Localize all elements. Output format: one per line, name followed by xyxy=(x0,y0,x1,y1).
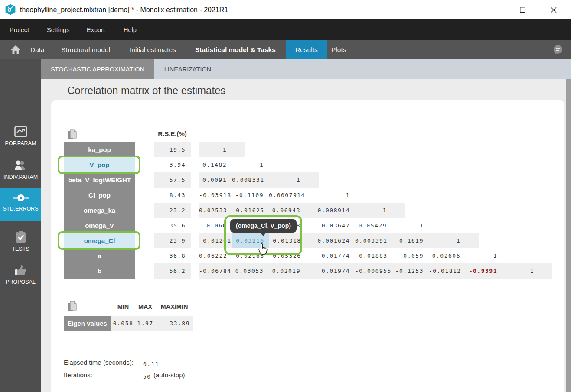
matrix-cell[interactable]: -0.01774 xyxy=(306,248,355,263)
matrix-row: 0.06222-0.02966-0.05526-0.01774-0.018830… xyxy=(199,248,502,263)
sidebar-item-indiv-param[interactable]: INDIV.PARAM xyxy=(0,158,41,185)
matrix-cell[interactable]: -0.01318 xyxy=(269,233,306,248)
matrix-cell[interactable]: 0.02606 xyxy=(429,248,466,263)
rse-value: 23.2 xyxy=(154,203,191,218)
matrix-cell[interactable]: 0.1482 xyxy=(199,157,232,172)
param-row-omega-ka[interactable]: omega_ka xyxy=(64,203,135,218)
sidebar-item-label: POP.PARAM xyxy=(0,140,41,146)
std-errors-slider-icon xyxy=(12,193,29,204)
matrix-cell[interactable]: -0.01883 xyxy=(355,248,392,263)
home-icon[interactable] xyxy=(6,43,25,56)
matrix-cell[interactable]: -0.001624 xyxy=(306,233,355,248)
matrix-cell[interactable]: 0.003391 xyxy=(355,233,392,248)
param-row-b[interactable]: b xyxy=(64,263,135,279)
matrix-row: 0.14821 xyxy=(199,157,269,172)
sidebar-item-pop-param[interactable]: POP.PARAM xyxy=(0,124,41,151)
matrix-cell[interactable]: 0.008914 xyxy=(306,203,355,218)
eigen-maxmin-value: 33.89 xyxy=(157,316,192,331)
matrix-cell[interactable]: 1 xyxy=(429,233,466,248)
matrix-cell[interactable]: 1 xyxy=(199,142,232,157)
menu-help[interactable]: Help xyxy=(124,19,137,40)
matrix-cell[interactable]: 0.03053 xyxy=(232,263,269,279)
matrix-cell[interactable]: -0.03647 xyxy=(306,218,355,233)
rse-value: 23.9 xyxy=(154,233,191,248)
matrix-cell[interactable]: 1 xyxy=(306,188,355,203)
tab-results[interactable]: Results xyxy=(286,40,327,59)
cell-tooltip: (omega_Cl, V_pop) xyxy=(230,219,297,233)
matrix-cell[interactable]: 0.059 xyxy=(392,248,429,263)
matrix-cell[interactable]: -0.9391 xyxy=(466,263,502,279)
sidebar-item-tests[interactable]: TESTS xyxy=(0,229,41,256)
menu-project[interactable]: Project xyxy=(10,19,29,40)
matrix-cell[interactable]: 0.06222 xyxy=(199,248,232,263)
matrix-cell[interactable]: 0.008331 xyxy=(232,172,269,188)
param-row-omega-v[interactable]: omega_V xyxy=(64,218,135,233)
sidebar: POP.PARAM INDIV.PARAM STD.ERRORS TESTS P… xyxy=(0,59,41,392)
matrix-cell[interactable]: -0.1109 xyxy=(232,188,269,203)
matrix-row-band-cap xyxy=(392,203,405,218)
matrix-cell[interactable]: 1 xyxy=(466,248,502,263)
tab-initial-estimates[interactable]: Initial estimates xyxy=(130,40,176,59)
matrix-cell[interactable]: -0.01261 xyxy=(199,233,232,248)
tab-data[interactable]: Data xyxy=(30,40,45,59)
close-button[interactable] xyxy=(544,0,564,19)
matrix-cell[interactable]: -0.1619 xyxy=(392,233,429,248)
sidebar-item-proposal[interactable]: PROPOSAL xyxy=(0,263,41,290)
subtab-stochastic-approximation[interactable]: STOCHASTIC APPROXIMATION xyxy=(41,59,154,79)
minimize-button[interactable] xyxy=(483,0,503,19)
matrix-cell[interactable]: 0.02019 xyxy=(269,263,306,279)
page-title: Correlation matrix of the estimates xyxy=(67,84,225,97)
tab-structural-model[interactable]: Structural model xyxy=(61,40,110,59)
matrix-cell[interactable]: -0.02966 xyxy=(232,248,269,263)
iterations-label: Iterations: xyxy=(64,371,92,379)
matrix-cell[interactable]: 0.02533 xyxy=(199,203,232,218)
matrix-cell[interactable]: -0.01625 xyxy=(232,203,269,218)
sidebar-item-std-errors[interactable]: STD.ERRORS xyxy=(0,188,41,221)
menu-export[interactable]: Export xyxy=(87,19,105,40)
matrix-cell[interactable]: 1 xyxy=(502,263,539,279)
eigen-row-label: Eigen values xyxy=(64,316,111,331)
matrix-cell[interactable]: 0.0007914 xyxy=(269,188,306,203)
matrix-cell[interactable]: -0.06784 xyxy=(199,263,232,279)
matrix-cell[interactable]: 1 xyxy=(232,157,269,172)
param-row-ka-pop[interactable]: ka_pop xyxy=(64,142,135,157)
feedback-bubble-icon[interactable] xyxy=(552,45,564,55)
sidebar-item-label: PROPOSAL xyxy=(0,279,41,285)
matrix-cell[interactable]: 0.060 xyxy=(199,218,232,233)
menu-bar: Project Settings Export Help i 1 xyxy=(0,19,571,40)
matrix-cell[interactable]: 0.05429 xyxy=(355,218,392,233)
subtab-linearization[interactable]: LINEARIZATION xyxy=(154,59,222,79)
param-row-omega-cl[interactable]: omega_Cl xyxy=(64,233,135,248)
iterations-autostop-suffix: (auto-stop) xyxy=(153,371,185,379)
eigen-header-max: MAX xyxy=(135,303,155,313)
matrix-cell[interactable]: -0.03918 xyxy=(199,188,232,203)
matrix-cell[interactable]: -0.1253 xyxy=(392,263,429,279)
param-row-beta-v-logtweight[interactable]: beta_V_logtWEIGHT xyxy=(64,172,135,188)
window-title: theophylline_project.mlxtran [demo] * - … xyxy=(20,0,228,19)
rse-value: 36.8 xyxy=(154,248,191,263)
matrix-cell[interactable]: -0.05526 xyxy=(269,248,306,263)
param-row-cl-pop[interactable]: Cl_pop xyxy=(64,188,135,203)
matrix-cell[interactable]: 1 xyxy=(269,172,306,188)
eigen-min-value: 0.058 xyxy=(113,316,134,331)
matrix-cell[interactable]: -0.01812 xyxy=(429,263,466,279)
matrix-cell[interactable]: 0.01974 xyxy=(306,263,355,279)
matrix-cell[interactable]: -0.000955 xyxy=(355,263,392,279)
tab-plots[interactable]: Plots xyxy=(331,40,346,59)
sidebar-item-label: STD.ERRORS xyxy=(0,206,41,212)
param-row-a[interactable]: a xyxy=(64,248,135,263)
menu-settings[interactable]: Settings xyxy=(47,19,69,40)
maximize-button[interactable] xyxy=(512,0,532,19)
matrix-row: -0.067840.030530.020190.01974-0.000955-0… xyxy=(199,263,552,279)
matrix-cell[interactable]: 0.0091 xyxy=(199,172,232,188)
matrix-row: -0.03918-0.11090.00079141 xyxy=(199,188,355,203)
eigen-header-maxmin: MAX/MIN xyxy=(157,303,192,313)
vertical-scrollbar[interactable] xyxy=(566,79,571,392)
matrix-cell[interactable]: 1 xyxy=(392,218,429,233)
matrix-cell[interactable]: 0.06943 xyxy=(269,203,306,218)
tab-statistical-model-tasks[interactable]: Statistical model & Tasks xyxy=(195,40,276,59)
matrix-cell[interactable]: 1 xyxy=(355,203,392,218)
copy-table-icon[interactable] xyxy=(67,129,77,139)
copy-eigen-table-icon[interactable] xyxy=(67,301,77,311)
param-row-v-pop[interactable]: V_pop xyxy=(64,157,135,172)
